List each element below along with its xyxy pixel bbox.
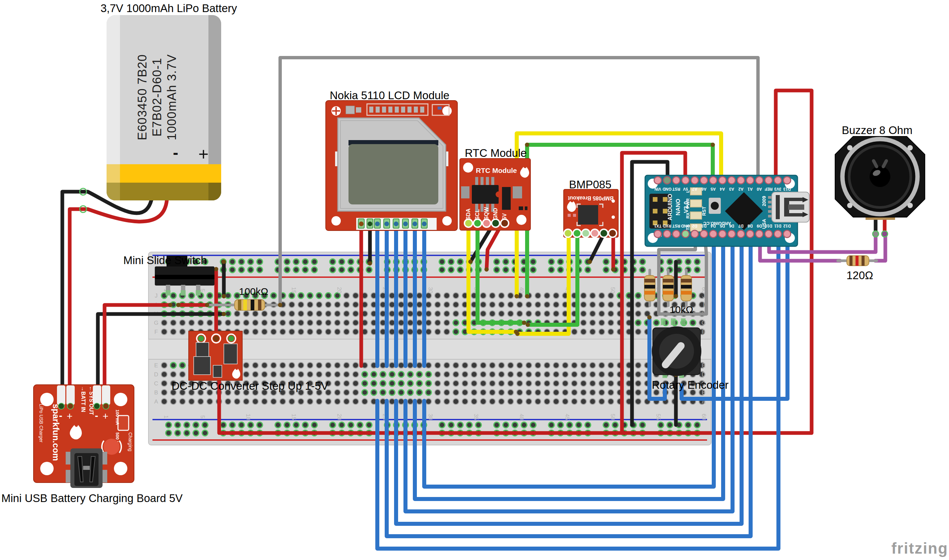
charger-100ma-label: 100 mA xyxy=(115,409,120,425)
caption-encoder: Rotary Encoder xyxy=(652,379,729,391)
svg-text:D4: D4 xyxy=(711,223,716,228)
mini-usb-port[interactable] xyxy=(768,192,809,222)
svg-text:40: 40 xyxy=(518,414,525,420)
charger-sys-out-label: ←SYS OUT xyxy=(88,386,94,415)
resistor-10k-group[interactable] xyxy=(644,270,692,306)
svg-text:A1: A1 xyxy=(748,187,753,191)
svg-text:RST: RST xyxy=(672,187,680,191)
svg-text:I: I xyxy=(703,302,705,308)
arduino-nano-board[interactable]: ICSP ARDUINONANOV3.0 LPWRRXTX RST 2009 U… xyxy=(645,175,809,246)
svg-text:E: E xyxy=(154,362,158,369)
svg-text:5V: 5V xyxy=(501,213,508,220)
svg-text:35: 35 xyxy=(473,414,479,420)
caption-r10k: 10kΩ xyxy=(669,304,693,315)
svg-text:15: 15 xyxy=(291,287,297,294)
svg-text:3V3: 3V3 xyxy=(774,187,781,191)
svg-text:20: 20 xyxy=(336,287,343,294)
svg-text:F: F xyxy=(702,329,705,335)
svg-text:D3: D3 xyxy=(701,223,707,228)
led-pwr xyxy=(690,200,702,207)
nano-rst-label: RST xyxy=(701,206,707,216)
svg-text:A0: A0 xyxy=(757,187,762,191)
svg-text:ARDUINO: ARDUINO xyxy=(667,194,673,220)
lcd-screen xyxy=(349,144,438,205)
svg-text:15: 15 xyxy=(291,414,297,420)
svg-text:A: A xyxy=(154,398,158,405)
svg-text:E: E xyxy=(702,362,705,369)
svg-text:G: G xyxy=(701,320,706,326)
svg-text:5: 5 xyxy=(199,415,206,418)
caption-lcd: Nokia 5110 LCD Module xyxy=(330,89,449,102)
battery-plus: + xyxy=(198,145,208,164)
nokia-5110-lcd-module[interactable] xyxy=(326,100,457,231)
svg-text:20: 20 xyxy=(336,414,343,420)
rtc-module-board[interactable]: RTC Module SDASCLSQWGND5V xyxy=(460,158,531,230)
svg-text:G: G xyxy=(154,320,158,326)
svg-text:D11: D11 xyxy=(774,223,781,228)
svg-text:50: 50 xyxy=(609,287,616,294)
bmp085-board[interactable]: BMP085 Breakout xyxy=(564,189,618,237)
wire-battery-negative[interactable] xyxy=(62,192,151,406)
dcdc-converter-board[interactable] xyxy=(189,331,242,380)
charger-product: LiPo USB Charger xyxy=(38,404,44,443)
svg-text:GND: GND xyxy=(492,208,498,220)
caption-rtc: RTC Module xyxy=(465,147,527,159)
caption-buzzer: Buzzer 8 Ohm xyxy=(842,124,912,136)
svg-text:10: 10 xyxy=(245,414,251,420)
svg-text:A3: A3 xyxy=(729,187,734,191)
svg-text:45: 45 xyxy=(564,414,570,420)
svg-text:GND: GND xyxy=(663,187,672,191)
caption-battery: 3,7V 1000mAh LiPo Battery xyxy=(100,2,237,14)
svg-text:B: B xyxy=(154,389,158,396)
svg-text:J: J xyxy=(702,292,705,299)
nano-site-label: ARDUINO.CC xyxy=(703,221,731,226)
svg-text:A4: A4 xyxy=(720,187,725,191)
fritzing-watermark: fritzing xyxy=(891,540,948,557)
svg-text:D8: D8 xyxy=(748,223,753,228)
svg-text:D10: D10 xyxy=(765,223,772,228)
svg-text:NANO: NANO xyxy=(675,199,681,215)
charger-batt-in-label: →BATT IN xyxy=(80,386,86,412)
resistor-120ohm[interactable] xyxy=(847,256,869,266)
battery-text-line3: 1000mAh 3.7V xyxy=(165,54,178,140)
bmp-board-text: BMP085 Breakout xyxy=(568,195,614,201)
caption-bmp: BMP085 xyxy=(569,178,612,191)
svg-text:REF: REF xyxy=(765,187,773,191)
caption-dcdc: DC-DC Converter Step Up 1-5V xyxy=(172,380,328,392)
nano-year: 2009 xyxy=(761,196,767,206)
svg-text:30: 30 xyxy=(427,414,434,420)
svg-text:SDA: SDA xyxy=(466,208,471,220)
svg-text:D12: D12 xyxy=(783,223,791,228)
svg-text:5V: 5V xyxy=(683,187,688,191)
svg-text:1: 1 xyxy=(163,415,169,418)
svg-text:30: 30 xyxy=(427,287,434,294)
svg-text:A6: A6 xyxy=(701,187,707,191)
svg-text:40: 40 xyxy=(518,287,525,294)
svg-text:55: 55 xyxy=(655,414,661,420)
svg-text:D13: D13 xyxy=(783,187,791,191)
svg-text:D: D xyxy=(702,371,706,378)
svg-text:A5: A5 xyxy=(711,187,716,191)
buzzer-speaker[interactable] xyxy=(835,136,925,237)
mini-usb-connector[interactable] xyxy=(66,448,107,488)
svg-text:D: D xyxy=(154,371,158,378)
svg-text:GND: GND xyxy=(681,223,690,228)
charger-plus2: + xyxy=(103,411,109,422)
svg-text:TX1: TX1 xyxy=(654,223,661,228)
svg-text:C: C xyxy=(154,380,158,387)
svg-text:D5: D5 xyxy=(720,223,725,228)
lipo-usb-charger-board[interactable]: →BATT IN ←SYS OUT - + - + sparkfun.com L… xyxy=(34,385,134,488)
battery-text-line2: E7B02-D60-1 xyxy=(150,58,164,136)
lipo-battery[interactable]: - + E603450 7B20 E7B02-D60-1 1000mAh 3.7… xyxy=(106,15,221,200)
charger-charging-label: Charging xyxy=(128,432,133,451)
caption-charger: Mini USB Battery Charging Board 5V xyxy=(2,492,183,505)
battery-text-line1: E603450 7B20 xyxy=(135,54,149,140)
svg-text:50: 50 xyxy=(609,414,616,420)
svg-text:J: J xyxy=(155,292,158,299)
led-rx xyxy=(690,212,702,219)
battery-yellow-band xyxy=(106,164,221,183)
svg-text:D2: D2 xyxy=(692,223,697,228)
svg-text:RST: RST xyxy=(672,223,680,228)
svg-text:SQW: SQW xyxy=(483,207,489,220)
charger-minus2: - xyxy=(95,410,98,421)
